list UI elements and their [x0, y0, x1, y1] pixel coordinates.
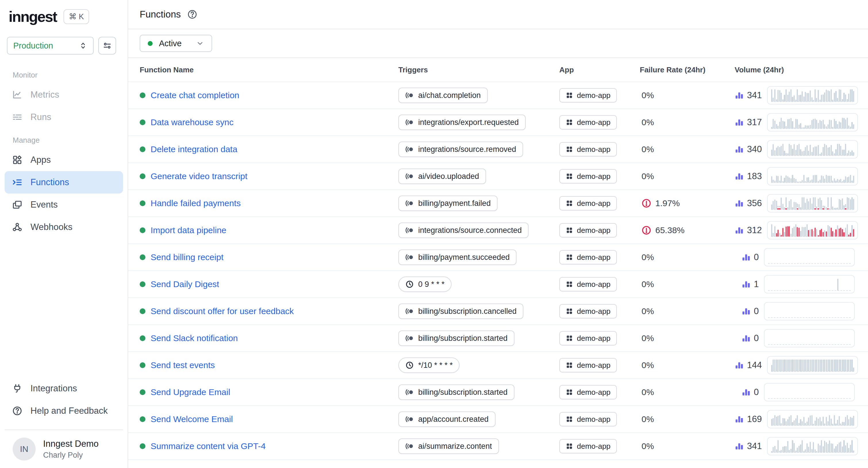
- volume-count: 0: [742, 333, 759, 343]
- trigger-badge[interactable]: billing/payment.failed: [398, 196, 498, 211]
- function-link[interactable]: Delete integration data: [151, 144, 238, 154]
- function-link[interactable]: Send Welcome Email: [151, 414, 233, 424]
- trigger-badge[interactable]: billing/subscription.started: [398, 331, 515, 346]
- sidebar-item-functions[interactable]: Functions: [5, 171, 123, 194]
- triggers-cell: ai/summarize.content: [398, 438, 559, 454]
- volume-value: 317: [747, 117, 762, 128]
- app-cell: demo-app: [559, 250, 640, 264]
- environment-settings-button[interactable]: [98, 37, 116, 55]
- app-cell: demo-app: [559, 331, 640, 345]
- function-name-cell: Send Upgrade Email: [140, 387, 398, 397]
- app-badge[interactable]: demo-app: [559, 304, 617, 319]
- app-name: demo-app: [577, 307, 611, 316]
- app-badge[interactable]: demo-app: [559, 169, 617, 183]
- sidebar-item-metrics[interactable]: Metrics: [5, 83, 123, 106]
- active-status-dot: [140, 362, 146, 368]
- volume-sparkline: [767, 167, 858, 186]
- sidebar-item-label: Integrations: [30, 383, 77, 394]
- function-link[interactable]: Import data pipeline: [151, 225, 226, 235]
- app-badge[interactable]: demo-app: [559, 250, 617, 264]
- app-badge[interactable]: demo-app: [559, 358, 617, 372]
- failure-rate-value: 0%: [642, 333, 654, 343]
- app-icon: [566, 227, 573, 234]
- sidebar-item-webhooks[interactable]: Webhooks: [5, 216, 123, 238]
- app-badge[interactable]: demo-app: [559, 142, 617, 157]
- trigger-badge[interactable]: billing/payment.succeeded: [398, 249, 517, 265]
- volume-cell: 0: [735, 248, 855, 266]
- volume-sparkline: [764, 329, 855, 347]
- sidebar-item-runs[interactable]: Runs: [5, 106, 123, 128]
- trigger-value: */10 * * * *: [418, 361, 453, 370]
- failure-rate-cell: 0%: [640, 144, 735, 154]
- trigger-badge[interactable]: ai/summarize.content: [398, 438, 499, 454]
- trigger-badge[interactable]: integrations/export.requested: [398, 114, 526, 130]
- function-link[interactable]: Send discount offer for user feedback: [151, 306, 294, 316]
- failure-rate-value: 0%: [642, 144, 654, 154]
- volume-bars-icon: [742, 334, 751, 343]
- app-badge[interactable]: demo-app: [559, 115, 617, 130]
- function-link[interactable]: Generate video transcript: [151, 171, 247, 181]
- app-badge[interactable]: demo-app: [559, 439, 617, 454]
- table-row: Send discount offer for user feedbackbil…: [128, 298, 868, 325]
- sidebar: inngest ⌘ K Production Monitor Metrics R…: [0, 0, 128, 468]
- cron-trigger-icon: [405, 280, 414, 289]
- function-link[interactable]: Send billing receipt: [151, 253, 224, 262]
- app-badge[interactable]: demo-app: [559, 223, 617, 237]
- sidebar-item-events[interactable]: Events: [5, 194, 123, 216]
- trigger-badge[interactable]: billing/subscription.started: [398, 385, 515, 400]
- logo-row: inngest ⌘ K: [0, 0, 128, 25]
- function-link[interactable]: Create chat completion: [151, 91, 240, 100]
- triggers-cell: billing/subscription.cancelled: [398, 303, 559, 319]
- failure-rate-value: 0%: [642, 306, 654, 316]
- volume-value: 312: [747, 225, 762, 235]
- function-name-cell: Delete integration data: [140, 144, 398, 154]
- volume-bars-icon: [735, 145, 744, 154]
- app-badge[interactable]: demo-app: [559, 88, 617, 102]
- trigger-value: ai/summarize.content: [418, 442, 492, 451]
- function-link[interactable]: Handle failed payments: [151, 198, 241, 208]
- failure-rate-cell: 0%: [640, 414, 735, 424]
- trigger-badge[interactable]: ai/chat.completion: [398, 88, 488, 103]
- sidebar-item-apps[interactable]: Apps: [5, 149, 123, 171]
- trigger-badge[interactable]: billing/subscription.cancelled: [398, 303, 523, 319]
- function-link[interactable]: Data warehouse sync: [151, 118, 234, 127]
- event-trigger-icon: [405, 307, 414, 315]
- app-badge[interactable]: demo-app: [559, 385, 617, 399]
- volume-cell: 340: [735, 140, 858, 159]
- event-trigger-icon: [405, 226, 414, 235]
- event-trigger-icon: [405, 388, 414, 397]
- volume-cell: 183: [735, 167, 858, 186]
- trigger-badge[interactable]: app/account.created: [398, 411, 496, 427]
- trigger-badge[interactable]: */10 * * * *: [398, 358, 460, 373]
- triggers-cell: billing/subscription.started: [398, 385, 559, 400]
- function-link[interactable]: Send Upgrade Email: [151, 387, 230, 397]
- function-link[interactable]: Summarize content via GPT-4: [151, 441, 266, 451]
- app-badge[interactable]: demo-app: [559, 277, 617, 292]
- help-circle-icon[interactable]: [187, 9, 197, 20]
- function-link[interactable]: Send Slack notification: [151, 333, 238, 343]
- active-status-dot: [140, 281, 146, 287]
- active-status-dot: [148, 41, 153, 46]
- function-link[interactable]: Send Daily Digest: [151, 279, 219, 289]
- sidebar-item-integrations[interactable]: Integrations: [5, 377, 123, 400]
- function-link[interactable]: Send test events: [151, 360, 215, 370]
- app-badge[interactable]: demo-app: [559, 331, 617, 345]
- volume-cell: 1: [735, 275, 855, 294]
- trigger-value: billing/subscription.cancelled: [418, 307, 517, 316]
- trigger-badge[interactable]: 0 9 * * *: [398, 276, 452, 292]
- user-row[interactable]: IN Inngest Demo Charly Poly: [5, 430, 123, 468]
- app-cell: demo-app: [559, 169, 640, 183]
- status-filter-dropdown[interactable]: Active: [140, 35, 212, 52]
- volume-cell: 341: [735, 437, 858, 455]
- environment-select[interactable]: Production: [7, 37, 94, 55]
- trigger-badge[interactable]: integrations/source.connected: [398, 223, 529, 238]
- active-status-dot: [140, 389, 146, 395]
- trigger-badge[interactable]: ai/video.uploaded: [398, 169, 486, 184]
- app-badge[interactable]: demo-app: [559, 412, 617, 426]
- volume-value: 183: [747, 171, 762, 181]
- app-name: demo-app: [577, 253, 611, 262]
- sidebar-item-help-and-feedback[interactable]: Help and Feedback: [5, 400, 123, 422]
- command-k-shortcut[interactable]: ⌘ K: [64, 9, 89, 24]
- app-badge[interactable]: demo-app: [559, 196, 617, 210]
- trigger-badge[interactable]: integrations/source.removed: [398, 141, 523, 157]
